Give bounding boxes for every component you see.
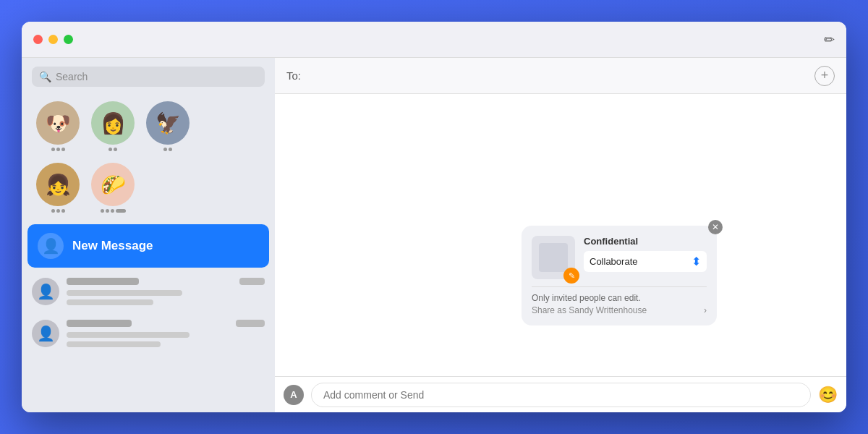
select-value: Collaborate bbox=[590, 256, 638, 267]
convo-preview-1 bbox=[67, 290, 182, 296]
convo-text-2 bbox=[67, 320, 265, 347]
avatar-5: 🌮 bbox=[91, 163, 135, 206]
convo-person-icon-1: 👤 bbox=[37, 283, 55, 300]
sidebar: 🔍 Search 🐶 👩 🦅 bbox=[22, 58, 275, 412]
conversation-item-1[interactable]: 👤 bbox=[22, 271, 275, 312]
pinned-contacts-row2: 👧 🌮 bbox=[22, 160, 275, 221]
new-message-item[interactable]: 👤 New Message bbox=[27, 224, 269, 268]
person-icon: 👤 bbox=[42, 237, 60, 255]
convo-avatar-2: 👤 bbox=[32, 320, 59, 347]
pinned-contact-1[interactable]: 🐶 bbox=[36, 101, 80, 151]
convo-preview-1b bbox=[67, 299, 153, 305]
close-button[interactable] bbox=[33, 35, 43, 44]
convo-preview-2 bbox=[67, 332, 190, 338]
attachment-inner: ✎ Confidential Collaborate ⬍ bbox=[532, 236, 707, 279]
avatar-4: 👧 bbox=[36, 163, 80, 206]
collaborate-select[interactable]: Collaborate ⬍ bbox=[584, 251, 707, 272]
app-store-button[interactable]: A bbox=[284, 385, 304, 405]
avatar-label-3 bbox=[163, 148, 172, 151]
pinned-contact-5[interactable]: 🌮 bbox=[91, 163, 135, 213]
convo-text-1 bbox=[67, 278, 265, 305]
footer-main-text: Only invited people can edit. bbox=[532, 293, 707, 303]
footer-link-text: Share as Sandy Writtenhouse bbox=[532, 305, 647, 315]
attachment-card: ✕ ✎ Confidential Collaborate ⬍ bbox=[522, 226, 717, 326]
convo-name-1 bbox=[67, 278, 139, 285]
pinned-contact-3[interactable]: 🦅 bbox=[146, 101, 190, 151]
attachment-footer: Only invited people can edit. Share as S… bbox=[532, 286, 707, 315]
titlebar: ✏ bbox=[22, 22, 846, 58]
compose-icon[interactable]: ✏ bbox=[824, 32, 835, 48]
input-bar: A 😊 bbox=[275, 376, 846, 412]
attachment-details: Confidential Collaborate ⬍ bbox=[584, 236, 707, 272]
maximize-button[interactable] bbox=[64, 35, 73, 44]
avatar-label-4 bbox=[51, 209, 65, 213]
select-arrows-icon: ⬍ bbox=[692, 255, 701, 268]
search-label: Search bbox=[56, 71, 88, 82]
edit-badge: ✎ bbox=[563, 268, 579, 284]
avatar-2: 👩 bbox=[91, 101, 135, 145]
footer-link-row[interactable]: Share as Sandy Writtenhouse › bbox=[532, 305, 707, 315]
convo-avatar-1: 👤 bbox=[32, 278, 59, 305]
search-bar[interactable]: 🔍 Search bbox=[32, 67, 265, 87]
convo-time-2 bbox=[236, 320, 265, 327]
add-recipient-button[interactable]: + bbox=[814, 66, 835, 86]
avatar-label-2 bbox=[109, 148, 117, 151]
minimize-button[interactable] bbox=[48, 35, 58, 44]
convo-person-icon-2: 👤 bbox=[37, 325, 55, 342]
app-store-icon-label: A bbox=[290, 389, 297, 400]
pinned-contact-4[interactable]: 👧 bbox=[36, 163, 80, 213]
convo-time-1 bbox=[239, 278, 265, 285]
pinned-contacts-row1: 🐶 👩 🦅 bbox=[22, 95, 275, 160]
convo-name-2 bbox=[67, 320, 132, 327]
to-label: To: bbox=[286, 69, 301, 82]
to-input-area[interactable] bbox=[301, 58, 814, 93]
avatar-3: 🦅 bbox=[146, 101, 190, 145]
pinned-contact-2[interactable]: 👩 bbox=[91, 101, 135, 151]
avatar-label-1 bbox=[51, 148, 65, 151]
message-area: ✕ ✎ Confidential Collaborate ⬍ bbox=[275, 94, 846, 376]
message-input[interactable] bbox=[311, 383, 811, 407]
conversation-item-2[interactable]: 👤 bbox=[22, 312, 275, 354]
chevron-right-icon: › bbox=[704, 305, 707, 315]
avatar-1: 🐶 bbox=[36, 101, 80, 145]
traffic-lights bbox=[33, 35, 73, 44]
avatar-label-5 bbox=[101, 209, 126, 213]
to-bar: To: + bbox=[275, 58, 846, 94]
new-message-avatar: 👤 bbox=[38, 233, 64, 259]
attachment-thumbnail: ✎ bbox=[532, 236, 575, 279]
attachment-close-button[interactable]: ✕ bbox=[708, 220, 723, 234]
main-content: 🔍 Search 🐶 👩 🦅 bbox=[22, 58, 846, 412]
attachment-title: Confidential bbox=[584, 236, 707, 247]
convo-name-row-1 bbox=[67, 278, 265, 285]
new-message-label: New Message bbox=[72, 239, 153, 253]
convo-preview-2b bbox=[67, 341, 161, 347]
search-icon: 🔍 bbox=[39, 71, 51, 82]
convo-name-row-2 bbox=[67, 320, 265, 327]
thumb-preview bbox=[539, 243, 568, 272]
right-panel: To: + ✕ ✎ Confidential bbox=[275, 58, 846, 412]
messages-window: ✏ 🔍 Search 🐶 👩 bbox=[22, 22, 846, 412]
emoji-button[interactable]: 😊 bbox=[818, 386, 838, 404]
